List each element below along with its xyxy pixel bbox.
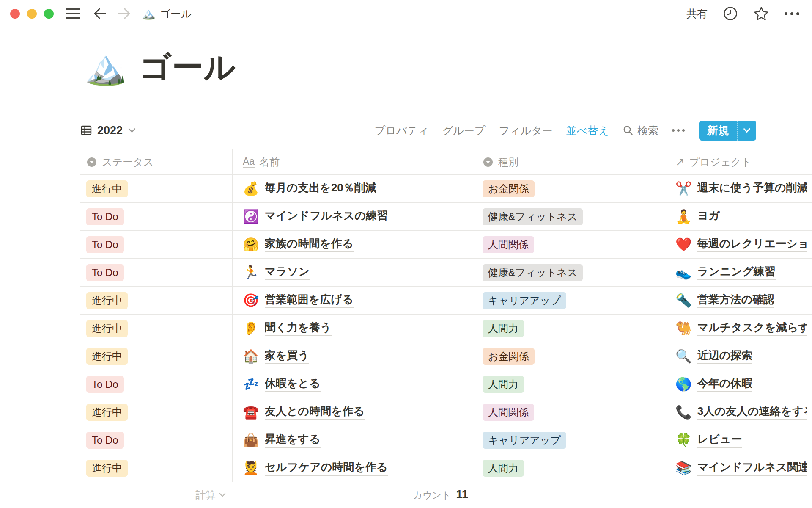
status-cell[interactable]: 進行中 [80,287,233,314]
type-cell[interactable]: 健康&フィットネス [475,259,665,286]
type-cell[interactable]: お金関係 [475,342,665,370]
table-row[interactable]: 進行中 👂 聞く力を養う 人間力 🐫 マルチタスクを減らす [80,315,812,342]
status-cell[interactable]: To Do [80,259,233,286]
more-options-icon[interactable] [785,12,799,15]
type-tag[interactable]: お金関係 [483,180,535,197]
search-button[interactable]: 検索 [623,124,658,138]
share-button[interactable]: 共有 [686,7,708,21]
table-row[interactable]: 進行中 🏠 家を買う お金関係 🔍 近辺の探索 [80,342,812,370]
type-cell[interactable]: 人間力 [475,454,665,482]
project-cell[interactable]: 🔦 営業方法の確認 [665,287,812,314]
group-button[interactable]: グループ [442,124,486,138]
type-tag[interactable]: 健康&フィットネス [483,208,583,225]
updates-clock-icon[interactable] [723,6,738,21]
page-link[interactable]: 家族の時間を作る [265,237,354,253]
name-cell[interactable]: ☯️ マインドフルネスの練習 [233,203,475,230]
calculate-button[interactable]: 計算 [195,488,226,502]
footer-count-cell[interactable]: カウント 11 [233,482,475,508]
properties-button[interactable]: プロパティ [375,124,429,138]
table-row[interactable]: 進行中 💆 セルフケアの時間を作る 人間力 📚 マインドフルネス関連 [80,454,812,482]
name-cell[interactable]: 💤 休暇をとる [233,370,475,398]
page-title[interactable]: ゴール [140,50,236,84]
page-link[interactable]: 昇進をする [265,432,321,448]
new-button[interactable]: 新規 [699,121,756,141]
column-header-project[interactable]: ↗ プロジェクト [665,149,812,174]
project-cell[interactable]: ✂️ 週末に使う予算の削減 [665,175,812,202]
table-row[interactable]: To Do 👜 昇進をする キャリアアップ 🍀 レビュー [80,426,812,454]
status-cell[interactable]: 進行中 [80,175,233,202]
project-link[interactable]: 今年の休暇 [697,376,753,392]
status-tag[interactable]: 進行中 [86,348,128,365]
type-cell[interactable]: 健康&フィットネス [475,203,665,230]
status-cell[interactable]: To Do [80,426,233,454]
name-cell[interactable]: 🤗 家族の時間を作る [233,231,475,258]
status-cell[interactable]: To Do [80,370,233,398]
status-tag[interactable]: To Do [86,264,124,281]
sort-button[interactable]: 並べ替え [566,124,609,138]
name-cell[interactable]: 👂 聞く力を養う [233,315,475,342]
page-link[interactable]: 友人との時間を作る [265,404,365,420]
type-tag[interactable]: 人間力 [483,460,524,477]
new-button-chevron-icon[interactable] [737,121,756,141]
project-link[interactable]: マルチタスクを減らす [697,320,807,337]
table-row[interactable]: 進行中 🎯 営業範囲を広げる キャリアアップ 🔦 営業方法の確認 [80,287,812,315]
type-cell[interactable]: 人間力 [475,315,665,342]
status-tag[interactable]: 進行中 [86,460,128,477]
status-tag[interactable]: 進行中 [86,180,128,197]
status-tag[interactable]: To Do [86,236,124,253]
status-tag[interactable]: 進行中 [86,404,128,421]
page-link[interactable]: マラソン [265,265,310,281]
page-link[interactable]: 営業範囲を広げる [265,293,354,309]
type-cell[interactable]: 人間力 [475,370,665,398]
sidebar-toggle-icon[interactable] [66,8,80,19]
page-link[interactable]: マインドフルネスの練習 [265,209,388,225]
name-cell[interactable]: 💰 毎月の支出を20％削減 [233,175,475,202]
breadcrumb[interactable]: 🏔️ ゴール [142,7,192,21]
type-cell[interactable]: 人間関係 [475,231,665,258]
project-link[interactable]: 毎週のレクリエーション [697,237,807,253]
project-cell[interactable]: 📞 3人の友人の連絡をする [665,398,812,426]
view-switcher[interactable]: 2022 [80,124,136,137]
status-cell[interactable]: 進行中 [80,398,233,426]
project-link[interactable]: 3人の友人の連絡をする [697,404,807,420]
type-cell[interactable]: キャリアアップ [475,426,665,454]
type-tag[interactable]: お金関係 [483,348,535,365]
new-button-label[interactable]: 新規 [699,121,737,141]
project-link[interactable]: レビュー [697,432,742,448]
page-link[interactable]: 休暇をとる [265,376,321,392]
name-cell[interactable]: 👜 昇進をする [233,426,475,454]
project-cell[interactable]: 🧘 ヨガ [665,203,812,230]
status-tag[interactable]: To Do [86,432,124,449]
back-arrow-icon[interactable] [93,7,107,20]
column-header-name[interactable]: Aa 名前 [233,149,475,174]
zoom-window-button[interactable] [44,9,54,19]
project-cell[interactable]: 👟 ランニング練習 [665,259,812,286]
page-link[interactable]: 聞く力を養う [265,320,332,337]
type-tag[interactable]: 人間関係 [483,236,534,253]
name-cell[interactable]: 🎯 営業範囲を広げる [233,287,475,314]
minimize-window-button[interactable] [27,9,37,19]
table-row[interactable]: To Do 🤗 家族の時間を作る 人間関係 ❤️ 毎週のレクリエーション [80,231,812,259]
status-cell[interactable]: To Do [80,203,233,230]
project-cell[interactable]: 🔍 近辺の探索 [665,342,812,370]
project-cell[interactable]: 📚 マインドフルネス関連 [665,454,812,482]
page-link[interactable]: 家を買う [265,348,309,364]
close-window-button[interactable] [10,9,20,19]
table-row[interactable]: To Do 💤 休暇をとる 人間力 🌎 今年の休暇 [80,370,812,398]
name-cell[interactable]: 🏠 家を買う [233,342,475,370]
status-tag[interactable]: 進行中 [86,320,128,337]
status-tag[interactable]: To Do [86,376,124,393]
filter-button[interactable]: フィルター [499,124,552,138]
type-tag[interactable]: 健康&フィットネス [483,264,583,281]
project-link[interactable]: ヨガ [697,209,720,225]
name-cell[interactable]: 🏃 マラソン [233,259,475,286]
project-link[interactable]: 営業方法の確認 [697,293,775,309]
status-tag[interactable]: To Do [86,208,124,225]
project-link[interactable]: 週末に使う予算の削減 [697,181,807,197]
type-cell[interactable]: 人間関係 [475,398,665,426]
type-cell[interactable]: キャリアアップ [475,287,665,314]
type-tag[interactable]: キャリアアップ [483,432,566,449]
table-row[interactable]: 進行中 💰 毎月の支出を20％削減 お金関係 ✂️ 週末に使う予算の削減 [80,175,812,203]
status-cell[interactable]: 進行中 [80,315,233,342]
status-tag[interactable]: 進行中 [86,292,128,309]
